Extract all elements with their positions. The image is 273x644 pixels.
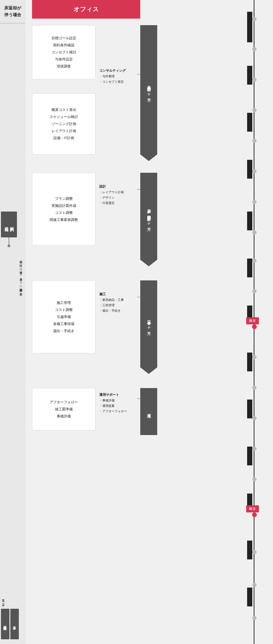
hatchuu-badge-1: 発注 <box>246 317 259 324</box>
tl-dot-red-1 <box>252 324 257 329</box>
tl-dot-14 <box>252 446 256 451</box>
box-goals: 目標ゴール設定 契約条件確認 コンセプト検討 与条件設定 現状調査 <box>32 25 96 79</box>
taiko-text: 退去の際には通常６ヶ月前までに解約通知が必要 <box>2 258 23 291</box>
box-goals-text: 目標ゴール設定 契約条件確認 コンセプト検討 与条件設定 現状調査 <box>52 34 76 70</box>
sekkei-items: ・レイアウト計画・デザイン・什器選定 <box>99 190 140 206</box>
tl-dot-8 <box>252 230 256 234</box>
content-area: オフィス 目標ゴール設定 契約条件確認 コンセプト検討 与条件設定 現状調査 <box>26 0 237 435</box>
phase-bar-1: 基本計画（６ヶ月） <box>140 25 157 154</box>
kaiyaku-box: 解約通知 <box>1 212 17 238</box>
box-operation-text: アフターフォロー 竣工図準備 事後評価 <box>50 398 78 420</box>
tl-dot-1 <box>252 17 256 21</box>
tl-dot-4 <box>252 108 256 112</box>
box-planning-text: 概算コスト算出 スケジュール検討 ゾーニング計画 レイアウト計画 設備・IT計画 <box>50 106 78 142</box>
box-design: プラン調整 実施設計図作成 コスト調整 関連工事業者調整 <box>32 173 96 246</box>
tl-dot-12 <box>252 386 256 390</box>
tl-dot-10 <box>252 289 256 293</box>
box-operation: アフターフォロー 竣工図準備 事後評価 <box>32 388 96 430</box>
tl-dot-15 <box>252 477 256 481</box>
tl-dot-18 <box>252 616 256 620</box>
box-planning: 概算コスト算出 スケジュール検討 ゾーニング計画 レイアウト計画 設備・IT計画 <box>32 93 96 154</box>
page-wrapper: 床返却が伴う場合 解約通知 退去の際には通常６ヶ月前までに解約通知が必要 原状回… <box>0 0 273 644</box>
sidebar-left: 床返却が伴う場合 解約通知 退去の際には通常６ヶ月前までに解約通知が必要 原状回… <box>0 0 26 644</box>
sekkei-title: 設計 <box>99 184 140 189</box>
ir78-label: IR 78 <box>2 599 5 606</box>
genjo-label: 原状回復 <box>1 609 10 639</box>
tl-dot-11 <box>252 355 256 359</box>
tl-dot-16 <box>252 550 256 554</box>
page-header: オフィス <box>32 0 140 18</box>
tl-dot-6 <box>252 169 256 174</box>
phase-bar-4: 運用 <box>140 388 157 435</box>
sekou-title: 施工 <box>99 292 140 296</box>
koji-label: 工事 <box>10 609 19 639</box>
box-construction: 施工管理 コスト調整 引越準備 各種工事現場 届出・手続き <box>32 280 96 353</box>
phase-bar-3: 工事（３ヶ月） <box>140 280 157 367</box>
unyou-title: 運用サポート <box>99 393 140 397</box>
tl-dot-red-2 <box>252 512 257 517</box>
box-construction-text: 施工管理 コスト調整 引越準備 各種工事現場 届出・手続き <box>53 299 74 334</box>
sidebar-top-label: 床返却が伴う場合 <box>0 0 26 24</box>
consulting-items: ・与件整理・コンセプト策定 <box>99 74 140 84</box>
tl-dot-5 <box>252 139 256 143</box>
tl-dot-9 <box>252 258 256 263</box>
box-design-text: プラン調整 実施設計図作成 コスト調整 関連工事業者調整 <box>50 195 78 223</box>
phase-bar-2: 基本／実施設計（６ヶ月） <box>140 173 157 260</box>
consulting-title: コンサルティング <box>99 69 140 73</box>
sekou-items: ・家具納品・工事・工程管理・届出・手続き <box>99 297 140 314</box>
tl-dot-7 <box>252 200 256 204</box>
tl-dot-3 <box>252 78 256 82</box>
header-title: オフィス <box>73 6 99 13</box>
tl-dot-2 <box>252 47 256 51</box>
hatchuu-badge-2: 発注 <box>246 505 259 512</box>
unyou-items: ・事後評価・運用提案・アフターフォロー <box>99 398 140 414</box>
tl-dot-13 <box>252 416 256 420</box>
tl-dot-17 <box>252 583 256 587</box>
